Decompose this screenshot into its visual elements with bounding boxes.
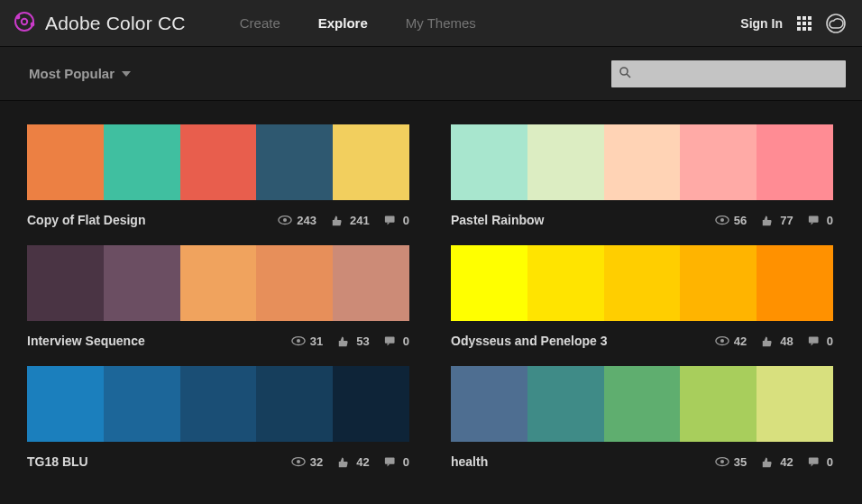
app-switcher-icon[interactable] [797,16,812,31]
thumbs-up-stat[interactable]: 42 [337,455,369,469]
theme-stats: 32420 [282,455,409,469]
comment-stat[interactable]: 0 [384,334,409,348]
swatch [451,366,527,442]
thumbs-up-stat[interactable]: 241 [331,214,370,227]
eye-icon [291,335,306,347]
svg-point-1 [22,18,27,23]
thumbs-up-stat[interactable]: 48 [761,334,793,348]
stat-value: 31 [310,334,323,348]
theme-card[interactable]: Interview Sequence31530 [27,245,409,348]
eye-icon [715,215,729,226]
stat-value: 53 [356,334,369,348]
theme-meta: Interview Sequence31530 [27,334,409,348]
comment-icon [808,215,822,226]
stat-value: 0 [403,334,409,348]
creative-cloud-icon[interactable] [826,14,846,33]
stat-value: 243 [297,214,316,227]
eye-stat[interactable]: 56 [715,214,747,227]
theme-title: Copy of Flat Design [27,213,145,227]
comment-stat[interactable]: 0 [384,455,409,469]
swatch [333,124,409,200]
logo-group: Adobe Color CC [13,10,186,37]
thumbs-up-icon [761,456,775,468]
swatch [757,124,833,200]
swatch [180,245,257,321]
signin-link[interactable]: Sign In [740,16,783,31]
comment-stat[interactable]: 0 [808,334,833,348]
eye-stat[interactable]: 32 [291,455,323,469]
theme-card[interactable]: TG18 BLU32420 [27,366,409,469]
comment-stat[interactable]: 0 [808,455,833,469]
theme-meta: health35420 [451,454,833,469]
comment-icon [384,456,399,468]
stat-value: 0 [403,455,409,469]
comment-icon [808,456,822,468]
eye-stat[interactable]: 35 [715,455,747,469]
thumbs-up-stat[interactable]: 42 [761,455,793,469]
thumbs-up-stat[interactable]: 77 [761,214,793,227]
stat-value: 35 [734,455,747,469]
theme-title: health [451,454,488,469]
svg-point-2 [16,14,21,19]
swatch-row [451,124,833,200]
chevron-down-icon [122,71,131,77]
swatch-row [451,245,833,321]
swatch [451,124,527,200]
theme-meta: Copy of Flat Design2432410 [27,213,409,227]
brand-title: Adobe Color CC [45,13,186,34]
thumbs-up-stat[interactable]: 53 [337,334,369,348]
theme-stats: 2432410 [269,214,409,227]
eye-stat[interactable]: 31 [291,334,323,348]
swatch [680,366,757,442]
search-input[interactable] [637,67,839,80]
stat-value: 42 [734,334,747,348]
nav-mythemes[interactable]: My Themes [406,15,476,31]
swatch-row [27,124,409,200]
swatch [104,366,180,442]
stat-value: 32 [310,455,323,469]
nav-create[interactable]: Create [240,15,280,31]
theme-stats: 42480 [706,334,833,348]
swatch [180,366,257,442]
search-icon [619,66,631,82]
eye-stat[interactable]: 243 [278,214,316,227]
eye-icon [715,335,729,347]
theme-card[interactable]: health35420 [451,366,833,469]
comment-icon [384,215,399,226]
eye-stat[interactable]: 42 [715,334,747,348]
comment-stat[interactable]: 0 [808,214,833,227]
svg-point-3 [31,22,35,26]
thumbs-up-icon [337,456,352,468]
nav-explore[interactable]: Explore [318,15,368,31]
sort-dropdown[interactable]: Most Popular [29,66,131,81]
theme-meta: TG18 BLU32420 [27,454,409,469]
swatch [27,366,104,442]
theme-meta: Pastel Rainbow56770 [451,213,833,227]
theme-title: Interview Sequence [27,334,145,348]
theme-card[interactable]: Copy of Flat Design2432410 [27,124,409,227]
comment-stat[interactable]: 0 [384,214,409,227]
stat-value: 42 [356,455,369,469]
swatch-row [27,366,409,442]
stat-value: 241 [350,214,370,227]
swatch [680,245,757,321]
swatch [27,245,104,321]
sort-label: Most Popular [29,66,115,81]
swatch [680,124,757,200]
stat-value: 42 [780,455,793,469]
app-header: Adobe Color CC Create Explore My Themes … [0,0,862,47]
eye-icon [278,215,292,226]
thumbs-up-icon [761,215,775,226]
swatch [527,245,604,321]
swatch [604,366,681,442]
search-box[interactable] [611,60,846,87]
swatch [451,245,527,321]
swatch [180,124,257,200]
theme-card[interactable]: Odysseus and Penelope 342480 [451,245,833,348]
swatch [256,245,333,321]
swatch [104,245,180,321]
primary-nav: Create Explore My Themes [240,15,476,31]
theme-card[interactable]: Pastel Rainbow56770 [451,124,833,227]
stat-value: 0 [827,214,833,227]
swatch-row [27,245,409,321]
